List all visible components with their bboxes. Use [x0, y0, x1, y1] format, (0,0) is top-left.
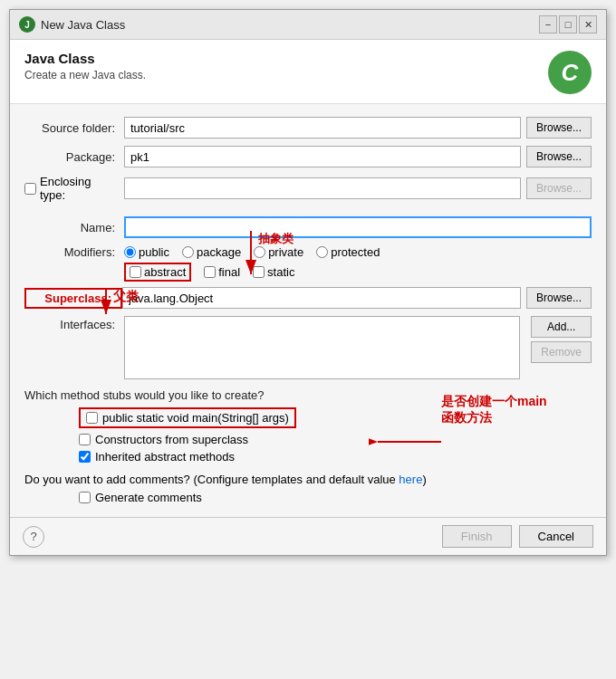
minimize-button[interactable]: − [539, 15, 557, 33]
stubs-inherited-label: Inherited abstract methods [95, 450, 235, 464]
help-button[interactable]: ? [23, 526, 44, 548]
package-row: Package: Browse... [24, 146, 592, 167]
title-bar-left: J New Java Class [19, 16, 125, 33]
interfaces-row: Interfaces: Add... Remove [24, 316, 592, 379]
package-input[interactable] [124, 146, 521, 167]
stubs-title: Which method stubs would you like to cre… [24, 388, 592, 402]
final-checkbox[interactable] [204, 266, 216, 278]
modifier-public-radio[interactable] [124, 246, 136, 258]
comments-question: Do you want to add comments? (Configure … [24, 473, 399, 486]
new-java-class-dialog: J New Java Class − □ ✕ Java Class Create… [9, 9, 607, 556]
stubs-main-label: public static void main(String[] args) [102, 411, 289, 425]
modifier-private[interactable]: private [254, 245, 303, 259]
interfaces-buttons: Add... Remove [525, 316, 592, 363]
modifier-public[interactable]: public [124, 245, 169, 259]
enclosing-type-checkbox-area: Enclosing type: [24, 175, 124, 202]
interfaces-add-button[interactable]: Add... [531, 316, 592, 338]
content-area: Source folder: Browse... Package: Browse… [10, 104, 606, 517]
comments-question-line: Do you want to add comments? (Configure … [24, 473, 592, 486]
superclass-label: Superclass: [24, 288, 122, 309]
stubs-main-row: public static void main(String[] args) [79, 407, 592, 428]
comments-check-row: Generate comments [79, 491, 592, 504]
close-button[interactable]: ✕ [579, 15, 597, 33]
enclosing-type-browse-button[interactable]: Browse... [526, 177, 592, 199]
comments-section: Do you want to add comments? (Configure … [24, 473, 592, 504]
abstract-highlighted-box: abstract [124, 263, 191, 282]
enclosing-type-label: Enclosing type: [40, 175, 115, 202]
name-row: Name: [24, 216, 592, 238]
header-text: Java Class Create a new Java class. [24, 51, 146, 81]
modifiers-section: Modifiers: public package private [24, 245, 592, 282]
stubs-inherited-checkbox[interactable] [79, 451, 91, 463]
stubs-main-checkbox[interactable] [86, 412, 98, 424]
enclosing-type-row: Enclosing type: Browse... [24, 175, 592, 202]
stubs-constructors-label: Constructors from superclass [95, 433, 248, 446]
interfaces-textarea[interactable] [124, 316, 520, 379]
modifier-protected[interactable]: protected [316, 245, 380, 259]
generate-comments-checkbox[interactable] [79, 492, 91, 503]
final-check[interactable]: final [204, 265, 240, 279]
modifiers-check-group: abstract final static [124, 263, 294, 282]
interfaces-remove-button[interactable]: Remove [531, 341, 592, 363]
cancel-button[interactable]: Cancel [519, 525, 593, 548]
stubs-constructors-row: Constructors from superclass [79, 433, 592, 446]
modifier-private-radio[interactable] [254, 246, 265, 258]
modifier-private-label: private [268, 245, 303, 259]
source-folder-input[interactable] [124, 117, 521, 139]
modifiers-radio-group: public package private protected [124, 245, 380, 259]
maximize-button[interactable]: □ [559, 15, 577, 33]
footer-actions: Finish Cancel [442, 525, 593, 548]
modifier-protected-radio[interactable] [316, 246, 328, 258]
static-checkbox[interactable] [253, 266, 265, 278]
stubs-main-highlighted: public static void main(String[] args) [79, 407, 296, 428]
comments-link[interactable]: here [399, 473, 422, 486]
modifiers-label: Modifiers: [24, 245, 124, 259]
modifier-public-label: public [139, 245, 169, 259]
superclass-input[interactable] [122, 287, 521, 309]
window-title: New Java Class [41, 18, 125, 32]
title-bar: J New Java Class − □ ✕ [10, 10, 606, 40]
app-icon: J [19, 16, 35, 33]
stubs-options: public static void main(String[] args) C… [79, 407, 592, 464]
final-label: final [218, 265, 240, 279]
source-folder-label: Source folder: [24, 121, 124, 135]
generate-comments-label: Generate comments [95, 491, 202, 504]
header-subtitle: Create a new Java class. [24, 69, 146, 81]
interfaces-label: Interfaces: [24, 316, 124, 331]
static-label: static [267, 265, 294, 279]
enclosing-type-checkbox[interactable] [24, 183, 36, 195]
title-buttons: − □ ✕ [539, 15, 597, 33]
stubs-inherited-row: Inherited abstract methods [79, 450, 592, 464]
source-folder-row: Source folder: Browse... [24, 117, 592, 139]
header-section: Java Class Create a new Java class. C [10, 40, 606, 104]
abstract-label: abstract [144, 265, 186, 279]
header-logo: C [548, 51, 592, 94]
name-label: Name: [24, 221, 124, 234]
name-input[interactable] [124, 216, 592, 238]
modifier-protected-label: protected [331, 245, 380, 259]
enclosing-type-input[interactable] [124, 177, 521, 199]
package-label: Package: [24, 150, 124, 164]
modifiers-check-row: abstract final static [124, 263, 592, 282]
source-folder-browse-button[interactable]: Browse... [526, 117, 592, 139]
stubs-constructors-checkbox[interactable] [79, 434, 91, 445]
header-title: Java Class [24, 51, 146, 66]
modifier-package-radio[interactable] [182, 246, 194, 258]
finish-button[interactable]: Finish [442, 525, 512, 548]
modifier-package[interactable]: package [182, 245, 241, 259]
abstract-checkbox[interactable] [130, 266, 141, 278]
modifier-package-label: package [197, 245, 241, 259]
package-browse-button[interactable]: Browse... [526, 146, 592, 167]
footer: ? Finish Cancel [10, 517, 606, 555]
modifiers-radio-row: Modifiers: public package private [24, 245, 592, 259]
comments-question-end: ) [422, 473, 426, 486]
static-check[interactable]: static [253, 265, 294, 279]
stubs-section: Which method stubs would you like to cre… [24, 388, 592, 464]
superclass-row: Superclass: Browse... [24, 287, 592, 309]
superclass-browse-button[interactable]: Browse... [526, 287, 592, 309]
